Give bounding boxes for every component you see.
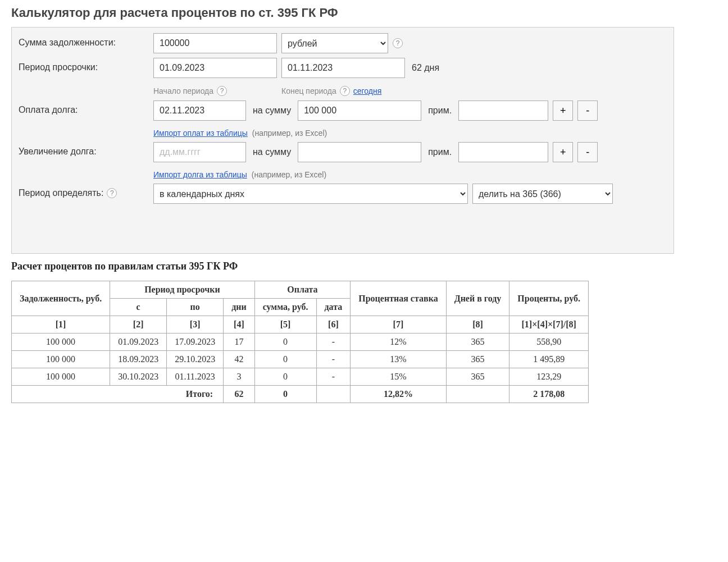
col-num: [6] [316, 316, 351, 333]
col-num: [2] [110, 316, 167, 333]
cell-interest: 123,29 [509, 368, 589, 386]
cell-debt: 100 000 [12, 368, 110, 386]
col-interest: Проценты, руб. [509, 281, 589, 316]
totals-rate: 12,82% [351, 386, 446, 403]
cell-interest: 558,90 [509, 333, 589, 351]
cell-pay_date: - [316, 351, 351, 368]
totals-pay-date [316, 386, 351, 403]
help-icon[interactable]: ? [107, 188, 117, 198]
cell-days: 42 [224, 351, 255, 368]
col-num: [5] [254, 316, 316, 333]
increase-note-input[interactable] [458, 142, 548, 162]
col-days-year: Дней в году [446, 281, 509, 316]
import-debt-link[interactable]: Импорт долга из таблицы [153, 170, 247, 179]
row-increase: Увеличение долга: на сумму прим. + - Имп… [19, 142, 667, 179]
col-num: [8] [446, 316, 509, 333]
cell-from: 01.09.2023 [110, 333, 167, 351]
totals-pay-sum: 0 [254, 386, 316, 403]
cell-dpy: 365 [446, 333, 509, 351]
increase-label: Увеличение долга: [19, 142, 153, 157]
calculator-form: Сумма задолженности: рублей ? Период про… [11, 27, 674, 254]
debt-amount-input[interactable] [153, 33, 277, 53]
col-num: [3] [167, 316, 224, 333]
cell-days: 17 [224, 333, 255, 351]
totals-days: 62 [224, 386, 255, 403]
cell-days: 3 [224, 368, 255, 386]
row-period: Период просрочки: 62 дня Начало периода … [19, 58, 667, 96]
cell-pay_date: - [316, 368, 351, 386]
cell-rate: 15% [351, 368, 446, 386]
col-debt: Задолженность, руб. [12, 281, 110, 316]
cell-from: 30.10.2023 [110, 368, 167, 386]
today-link[interactable]: сегодня [353, 86, 382, 95]
col-from: с [110, 299, 167, 316]
cell-debt: 100 000 [12, 351, 110, 368]
cell-dpy: 365 [446, 351, 509, 368]
table-row: 100 00018.09.202329.10.2023420-13%3651 4… [12, 351, 589, 368]
col-pay-sum: сумма, руб. [254, 299, 316, 316]
cell-rate: 13% [351, 351, 446, 368]
for-sum-text: на сумму [251, 106, 293, 116]
col-num: [4] [224, 316, 255, 333]
period-start-input[interactable] [153, 58, 277, 78]
import-example-text: (например, из Excel) [252, 129, 327, 138]
results-table: Задолженность, руб. Период просрочки Опл… [11, 281, 589, 403]
import-payments-link[interactable]: Импорт оплат из таблицы [153, 129, 248, 138]
debt-label: Сумма задолженности: [19, 33, 153, 48]
period-end-input[interactable] [281, 58, 405, 78]
add-increase-button[interactable]: + [553, 142, 573, 162]
row-period-define: Период определять: ? в календарных днях … [19, 184, 667, 204]
help-icon[interactable]: ? [217, 86, 227, 96]
results-heading: Расчет процентов по правилам статьи 395 … [11, 261, 717, 272]
remove-payment-button[interactable]: - [577, 100, 598, 121]
cell-interest: 1 495,89 [509, 351, 589, 368]
increase-sum-input[interactable] [298, 142, 421, 162]
col-num: [1]×[4]×[7]/[8] [509, 316, 589, 333]
col-num: [7] [351, 316, 446, 333]
cell-pay_date: - [316, 333, 351, 351]
cell-from: 18.09.2023 [110, 351, 167, 368]
cell-pay_sum: 0 [254, 333, 316, 351]
increase-date-input[interactable] [153, 142, 246, 162]
add-payment-button[interactable]: + [553, 100, 573, 121]
note-label: прим. [426, 147, 454, 157]
period-label: Период просрочки: [19, 58, 153, 72]
col-period: Период просрочки [110, 281, 255, 299]
note-label: прим. [426, 106, 454, 116]
totals-interest: 2 178,08 [509, 386, 589, 403]
period-start-hint: Начало периода [153, 86, 213, 95]
period-define-label: Период определять: [19, 188, 103, 198]
for-sum-text: на сумму [251, 147, 293, 157]
payment-sum-input[interactable] [298, 100, 421, 121]
page-title: Калькулятор для расчета процентов по ст.… [11, 6, 717, 20]
row-debt: Сумма задолженности: рублей ? [19, 33, 667, 53]
divider-select[interactable]: делить на 365 (366) [472, 184, 613, 204]
totals-dpy [446, 386, 509, 403]
col-days: дни [224, 299, 255, 316]
cell-to: 29.10.2023 [167, 351, 224, 368]
col-payment: Оплата [254, 281, 351, 299]
cell-pay_sum: 0 [254, 368, 316, 386]
period-type-select[interactable]: в календарных днях [153, 184, 468, 204]
row-payment: Оплата долга: на сумму прим. + - Импорт … [19, 100, 667, 138]
cell-to: 01.11.2023 [167, 368, 224, 386]
help-icon[interactable]: ? [393, 38, 403, 48]
remove-increase-button[interactable]: - [577, 142, 598, 162]
table-row: 100 00001.09.202317.09.2023170-12%365558… [12, 333, 589, 351]
col-rate: Процентная ставка [351, 281, 446, 316]
period-days-text: 62 дня [410, 63, 442, 73]
payment-label: Оплата долга: [19, 100, 153, 115]
cell-dpy: 365 [446, 368, 509, 386]
currency-select[interactable]: рублей [281, 33, 388, 53]
cell-rate: 12% [351, 333, 446, 351]
col-pay-date: дата [316, 299, 351, 316]
totals-label: Итого: [12, 386, 224, 403]
cell-to: 17.09.2023 [167, 333, 224, 351]
table-row: 100 00030.10.202301.11.202330-15%365123,… [12, 368, 589, 386]
col-num: [1] [12, 316, 110, 333]
help-icon[interactable]: ? [340, 86, 350, 96]
cell-debt: 100 000 [12, 333, 110, 351]
payment-date-input[interactable] [153, 100, 246, 121]
cell-pay_sum: 0 [254, 351, 316, 368]
payment-note-input[interactable] [458, 100, 548, 121]
